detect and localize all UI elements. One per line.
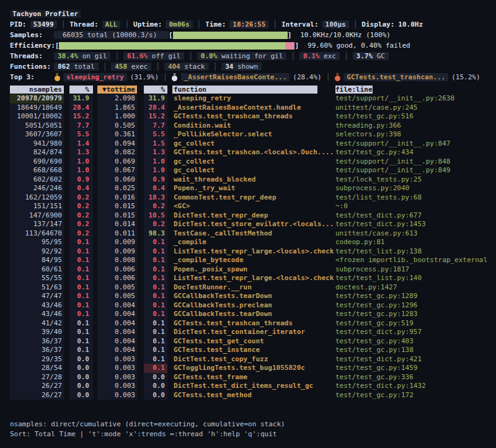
- tottime-cell: 0.006: [97, 274, 137, 283]
- nsamples-cell: 3607/3607: [10, 130, 64, 139]
- function-cell: GCCallbackTests.tearDown: [172, 292, 317, 301]
- function-cell: _compile_bytecode: [172, 256, 317, 265]
- pct-direct-cell: 1.0: [69, 166, 93, 175]
- nsamples-cell: 246/246: [10, 184, 64, 193]
- table-row[interactable]: 95/950.10.0090.1_compilecodeop.py:81: [10, 238, 496, 247]
- file-line-cell: test/test_gc.py:434: [335, 148, 496, 157]
- pct-direct-cell: 0.0: [69, 382, 93, 391]
- table-row[interactable]: 668/6681.00.0671.0gc_collecttest/support…: [10, 166, 496, 175]
- nsamples-cell: 41/42: [10, 319, 64, 328]
- functions-label: Functions:: [10, 63, 54, 71]
- bar-close-bracket: ]: [288, 31, 292, 39]
- tottime-cell: 0.006: [97, 265, 137, 275]
- file-line-cell: codeop.py:81: [335, 238, 496, 247]
- nsamples-cell: 602/602: [10, 175, 64, 185]
- column-header-nsamples[interactable]: nsamples: [10, 86, 64, 94]
- thread-value[interactable]: ALL: [102, 20, 121, 29]
- column-header-file-line[interactable]: file:line: [335, 86, 373, 94]
- pct-direct-cell: 0.1: [69, 247, 93, 257]
- table-row[interactable]: 51/630.10.0050.1DocTestRunner.__rundocte…: [10, 283, 496, 292]
- pct-direct-cell: 15.2: [69, 112, 93, 121]
- function-cell: GCTests.test_trashcan.<locals>.Ouch....: [172, 148, 317, 157]
- table-row[interactable]: 39/400.10.0040.1DictTest.test_container_…: [10, 328, 496, 337]
- column-header-tottime-sorted[interactable]: ▼tottime: [97, 86, 137, 94]
- table-row[interactable]: 18649/1864928.41.86528.4_AssertRaisesBas…: [10, 103, 496, 113]
- table-row[interactable]: 147/69000.20.01510.5DictTest.test_repr_d…: [10, 211, 496, 221]
- nsamples-cell: 162/12059: [10, 193, 64, 203]
- table-row[interactable]: 824/8741.30.0821.3GCTests.test_trashcan.…: [10, 148, 496, 157]
- function-cell: TestCase._callTestMethod: [172, 229, 317, 239]
- table-row[interactable]: 20978/2097931.92.09831.9sleeping_retryte…: [10, 94, 496, 103]
- table-row[interactable]: 26/270.00.0030.0GCTests.test_methodtest/…: [10, 391, 496, 400]
- file-line-cell: test/test_list.py:140: [335, 274, 496, 283]
- nsamples-cell: 29/35: [10, 355, 64, 364]
- functions-stack: 404 stack: [164, 63, 209, 71]
- tottime-cell: 0.505: [97, 121, 137, 131]
- tottime-cell: 0.069: [97, 157, 137, 167]
- table-body: 20978/2097931.92.09831.9sleeping_retryte…: [10, 94, 496, 400]
- samples-total: 66035 total (10000.3/s): [54, 31, 169, 39]
- divider: │: [197, 20, 202, 29]
- table-row[interactable]: 941/9801.40.0941.5gc_collecttest/support…: [10, 139, 496, 149]
- table-row[interactable]: 602/6020.90.0600.9wait_threads_blockedte…: [10, 175, 496, 185]
- threads-off-gil-value: 61.6%: [127, 52, 148, 60]
- table-row[interactable]: 5051/50517.70.5057.7Condition.waitthread…: [10, 121, 496, 131]
- table-row[interactable]: 137/1470.20.0140.2DictTest.test_store_ev…: [10, 220, 496, 229]
- table-row[interactable]: 29/350.00.0030.1DictTest.test_copy_fuzzt…: [10, 355, 496, 364]
- nsamples-cell: 27/28: [10, 373, 64, 382]
- table-row[interactable]: 10001/1000215.21.00015.2GCTests.test_tra…: [10, 112, 496, 121]
- table-row[interactable]: 36/370.10.0040.1GCTests.test_instancetes…: [10, 346, 496, 355]
- pct-direct-cell: 0.9: [69, 175, 93, 185]
- functions-total: 862 total: [54, 63, 99, 71]
- pct-direct-cell: 1.4: [69, 139, 93, 149]
- table-row[interactable]: 28/540.00.0030.1GCTogglingTests.test_bug…: [10, 364, 496, 373]
- nsamples-cell: 84/95: [10, 256, 64, 265]
- pct-direct-cell: 0.2: [69, 193, 93, 203]
- functions-total-text: total: [70, 63, 95, 71]
- nsamples-cell: 668/668: [10, 166, 64, 175]
- pct-cumulative-cell: 0.1: [144, 337, 167, 346]
- threads-off-gil: 61.6% off gil: [123, 52, 184, 60]
- file-line-cell: test/test_gc.py:519: [335, 319, 496, 328]
- nsamples-cell: 5051/5051: [10, 121, 64, 131]
- table-row[interactable]: 162/120590.20.01618.3CommonTest.test_rep…: [10, 193, 496, 203]
- thread-label: Thread:: [69, 20, 98, 29]
- table-header: nsamples%▼tottime%functionfile:line: [10, 84, 496, 94]
- table-row[interactable]: 690/6901.00.0691.0gc_collecttest/support…: [10, 157, 496, 167]
- table-row[interactable]: 41/420.10.0040.1GCTests.test_trashcan_th…: [10, 319, 496, 328]
- pct-cumulative-cell: 1.0: [144, 166, 167, 175]
- table-row[interactable]: 47/470.10.0050.1GCCallbackTests.tearDown…: [10, 292, 496, 301]
- table-row[interactable]: 113/646700.20.01198.3TestCase._callTestM…: [10, 229, 496, 239]
- functions-row: Functions:862 total│458 exec│404 stack│3…: [10, 61, 496, 72]
- table-row[interactable]: 27/280.00.0030.0GCTests.test_frametest/t…: [10, 373, 496, 382]
- pct-direct-cell: 0.1: [69, 310, 93, 319]
- pct-direct-cell: 0.1: [69, 301, 93, 310]
- pct-direct-cell: 0.2: [69, 229, 93, 239]
- divider: │: [61, 20, 66, 29]
- pid-value: 53499: [30, 20, 57, 29]
- function-cell: DictTest.test_container_iterator: [172, 328, 317, 337]
- column-header-function[interactable]: function: [172, 86, 317, 94]
- table-row[interactable]: 55/550.10.0060.1ListTest.test_repr_large…: [10, 274, 496, 283]
- table-row[interactable]: 36/370.10.0040.1GCTests.test_get_countte…: [10, 337, 496, 346]
- function-cell: CommonTest.test_repr_deep: [172, 193, 317, 203]
- table-row[interactable]: 84/950.10.0080.1_compile_bytecode<frozen…: [10, 256, 496, 265]
- profiler-window: Tachyon Profiler PID:53499│Thread:ALL│Up…: [0, 0, 496, 439]
- nsamples-cell: 113/64670: [10, 229, 64, 239]
- top3-third-name: GCTests.test_trashcan...: [343, 73, 448, 81]
- file-line-cell: test/test_gc.py:138: [335, 346, 496, 355]
- table-row[interactable]: 26/270.00.0030.0DictTest.test_dict_items…: [10, 382, 496, 391]
- divider: │: [163, 73, 167, 81]
- table-row[interactable]: 151/1510.20.0150.2<GC>~:0: [10, 202, 496, 211]
- table-row[interactable]: 246/2460.40.0250.4Popen._try_waitsubproc…: [10, 184, 496, 193]
- function-cell: _AssertRaisesBaseContext.handle: [172, 103, 317, 113]
- pct-direct-cell: 0.1: [69, 274, 93, 283]
- threads-on-gil: 38.4% on gil: [54, 52, 110, 60]
- table-row[interactable]: 43/460.10.0040.1GCCallbackTests.preclean…: [10, 301, 496, 310]
- column-header-pct-direct[interactable]: %: [69, 86, 93, 94]
- table-row[interactable]: 60/610.10.0060.1Popen._posix_spawnsubpro…: [10, 265, 496, 275]
- table-row[interactable]: 43/460.10.0040.1GCCallbackTests.tearDown…: [10, 310, 496, 319]
- table-row[interactable]: 3607/36075.50.3615.5_PollLikeSelector.se…: [10, 130, 496, 139]
- column-header-pct-cumulative[interactable]: %: [144, 86, 167, 94]
- table-row[interactable]: 92/920.10.0090.1ListTest.test_repr_large…: [10, 247, 496, 257]
